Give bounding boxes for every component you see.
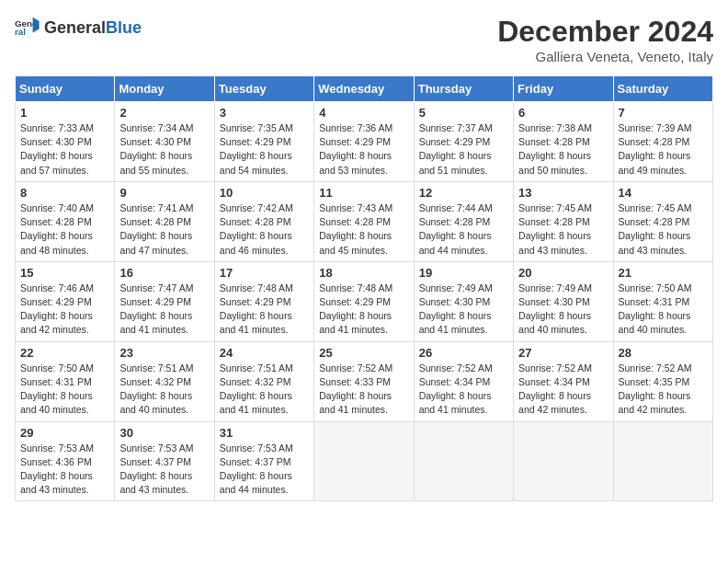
day-info: Sunrise: 7:52 AMSunset: 4:33 PMDaylight:… xyxy=(319,362,408,418)
table-row: 1Sunrise: 7:33 AMSunset: 4:30 PMDaylight… xyxy=(16,102,115,182)
logo-blue-text: Blue xyxy=(106,18,142,38)
day-info: Sunrise: 7:52 AMSunset: 4:34 PMDaylight:… xyxy=(419,362,508,418)
calendar-header-row: Sunday Monday Tuesday Wednesday Thursday… xyxy=(16,76,713,102)
day-info: Sunrise: 7:50 AMSunset: 4:31 PMDaylight:… xyxy=(20,362,109,418)
day-number: 21 xyxy=(619,266,708,280)
day-info: Sunrise: 7:46 AMSunset: 4:29 PMDaylight:… xyxy=(20,282,109,338)
table-row: 25Sunrise: 7:52 AMSunset: 4:33 PMDayligh… xyxy=(314,341,414,421)
title-area: December 2024 Galliera Veneta, Veneto, I… xyxy=(497,15,713,64)
day-number: 14 xyxy=(619,186,708,200)
svg-text:ral: ral xyxy=(15,27,26,37)
table-row: 5Sunrise: 7:37 AMSunset: 4:29 PMDaylight… xyxy=(414,102,513,182)
table-row: 28Sunrise: 7:52 AMSunset: 4:35 PMDayligh… xyxy=(613,341,712,421)
table-row xyxy=(514,421,613,501)
table-row: 20Sunrise: 7:49 AMSunset: 4:30 PMDayligh… xyxy=(514,261,613,341)
day-info: Sunrise: 7:37 AMSunset: 4:29 PMDaylight:… xyxy=(419,121,508,178)
table-row: 11Sunrise: 7:43 AMSunset: 4:28 PMDayligh… xyxy=(314,181,414,261)
table-row: 6Sunrise: 7:38 AMSunset: 4:28 PMDaylight… xyxy=(514,102,613,182)
col-tuesday: Tuesday xyxy=(214,76,313,102)
logo-icon: Gene ral xyxy=(15,15,40,40)
table-row xyxy=(314,421,414,501)
table-row: 17Sunrise: 7:48 AMSunset: 4:29 PMDayligh… xyxy=(214,261,313,341)
table-row: 14Sunrise: 7:45 AMSunset: 4:28 PMDayligh… xyxy=(613,181,712,261)
day-number: 30 xyxy=(119,426,209,440)
day-info: Sunrise: 7:48 AMSunset: 4:29 PMDaylight:… xyxy=(220,282,309,338)
day-info: Sunrise: 7:45 AMSunset: 4:28 PMDaylight:… xyxy=(518,201,608,258)
day-info: Sunrise: 7:49 AMSunset: 4:30 PMDaylight:… xyxy=(419,282,508,338)
table-row: 31Sunrise: 7:53 AMSunset: 4:37 PMDayligh… xyxy=(214,421,313,501)
table-row xyxy=(613,421,712,501)
day-number: 3 xyxy=(220,106,309,120)
day-number: 29 xyxy=(20,426,109,440)
col-friday: Friday xyxy=(514,76,613,102)
day-info: Sunrise: 7:40 AMSunset: 4:28 PMDaylight:… xyxy=(20,201,109,258)
day-number: 28 xyxy=(619,346,708,360)
col-monday: Monday xyxy=(115,76,214,102)
table-row xyxy=(414,421,513,501)
day-number: 5 xyxy=(419,106,508,120)
day-number: 1 xyxy=(20,106,109,120)
table-row: 22Sunrise: 7:50 AMSunset: 4:31 PMDayligh… xyxy=(16,341,115,421)
day-number: 12 xyxy=(419,186,508,200)
day-info: Sunrise: 7:44 AMSunset: 4:28 PMDaylight:… xyxy=(419,201,508,258)
day-info: Sunrise: 7:49 AMSunset: 4:30 PMDaylight:… xyxy=(518,282,608,338)
calendar-week-row: 8Sunrise: 7:40 AMSunset: 4:28 PMDaylight… xyxy=(16,181,713,261)
day-number: 13 xyxy=(518,186,608,200)
day-number: 17 xyxy=(220,266,309,280)
day-info: Sunrise: 7:42 AMSunset: 4:28 PMDaylight:… xyxy=(220,201,309,258)
day-number: 23 xyxy=(119,346,209,360)
table-row: 24Sunrise: 7:51 AMSunset: 4:32 PMDayligh… xyxy=(214,341,313,421)
day-info: Sunrise: 7:53 AMSunset: 4:36 PMDaylight:… xyxy=(20,442,109,498)
day-number: 22 xyxy=(20,346,109,360)
day-info: Sunrise: 7:34 AMSunset: 4:30 PMDaylight:… xyxy=(119,121,209,178)
logo: Gene ral GeneralBlue xyxy=(15,15,142,40)
day-number: 18 xyxy=(319,266,408,280)
col-thursday: Thursday xyxy=(414,76,513,102)
day-info: Sunrise: 7:51 AMSunset: 4:32 PMDaylight:… xyxy=(220,362,309,418)
day-number: 20 xyxy=(518,266,608,280)
day-number: 4 xyxy=(319,106,408,120)
table-row: 29Sunrise: 7:53 AMSunset: 4:36 PMDayligh… xyxy=(16,421,115,501)
table-row: 9Sunrise: 7:41 AMSunset: 4:28 PMDaylight… xyxy=(115,181,214,261)
day-info: Sunrise: 7:36 AMSunset: 4:29 PMDaylight:… xyxy=(319,121,408,178)
day-info: Sunrise: 7:47 AMSunset: 4:29 PMDaylight:… xyxy=(119,282,209,338)
day-info: Sunrise: 7:39 AMSunset: 4:28 PMDaylight:… xyxy=(619,121,708,178)
location-title: Galliera Veneta, Veneto, Italy xyxy=(497,49,713,64)
calendar-week-row: 1Sunrise: 7:33 AMSunset: 4:30 PMDaylight… xyxy=(16,102,713,182)
day-number: 26 xyxy=(419,346,508,360)
day-info: Sunrise: 7:48 AMSunset: 4:29 PMDaylight:… xyxy=(319,282,408,338)
day-info: Sunrise: 7:50 AMSunset: 4:31 PMDaylight:… xyxy=(619,282,708,338)
table-row: 26Sunrise: 7:52 AMSunset: 4:34 PMDayligh… xyxy=(414,341,513,421)
calendar-table: Sunday Monday Tuesday Wednesday Thursday… xyxy=(15,75,713,501)
day-number: 10 xyxy=(220,186,309,200)
table-row: 4Sunrise: 7:36 AMSunset: 4:29 PMDaylight… xyxy=(314,102,414,182)
day-number: 2 xyxy=(119,106,209,120)
day-info: Sunrise: 7:51 AMSunset: 4:32 PMDaylight:… xyxy=(119,362,209,418)
header: Gene ral GeneralBlue December 2024 Galli… xyxy=(15,15,713,64)
day-number: 6 xyxy=(518,106,608,120)
day-number: 27 xyxy=(518,346,608,360)
day-info: Sunrise: 7:52 AMSunset: 4:34 PMDaylight:… xyxy=(518,362,608,418)
table-row: 10Sunrise: 7:42 AMSunset: 4:28 PMDayligh… xyxy=(214,181,313,261)
day-info: Sunrise: 7:43 AMSunset: 4:28 PMDaylight:… xyxy=(319,201,408,258)
table-row: 3Sunrise: 7:35 AMSunset: 4:29 PMDaylight… xyxy=(214,102,313,182)
table-row: 30Sunrise: 7:53 AMSunset: 4:37 PMDayligh… xyxy=(115,421,214,501)
table-row: 13Sunrise: 7:45 AMSunset: 4:28 PMDayligh… xyxy=(514,181,613,261)
table-row: 23Sunrise: 7:51 AMSunset: 4:32 PMDayligh… xyxy=(115,341,214,421)
table-row: 8Sunrise: 7:40 AMSunset: 4:28 PMDaylight… xyxy=(16,181,115,261)
day-info: Sunrise: 7:53 AMSunset: 4:37 PMDaylight:… xyxy=(220,442,309,498)
table-row: 2Sunrise: 7:34 AMSunset: 4:30 PMDaylight… xyxy=(115,102,214,182)
day-info: Sunrise: 7:53 AMSunset: 4:37 PMDaylight:… xyxy=(119,442,209,498)
table-row: 16Sunrise: 7:47 AMSunset: 4:29 PMDayligh… xyxy=(115,261,214,341)
table-row: 27Sunrise: 7:52 AMSunset: 4:34 PMDayligh… xyxy=(514,341,613,421)
month-title: December 2024 xyxy=(497,15,713,49)
day-number: 16 xyxy=(119,266,209,280)
day-info: Sunrise: 7:41 AMSunset: 4:28 PMDaylight:… xyxy=(119,201,209,258)
day-info: Sunrise: 7:45 AMSunset: 4:28 PMDaylight:… xyxy=(619,201,708,258)
table-row: 19Sunrise: 7:49 AMSunset: 4:30 PMDayligh… xyxy=(414,261,513,341)
day-number: 11 xyxy=(319,186,408,200)
day-info: Sunrise: 7:33 AMSunset: 4:30 PMDaylight:… xyxy=(20,121,109,178)
logo-general-text: General xyxy=(44,18,106,38)
day-info: Sunrise: 7:38 AMSunset: 4:28 PMDaylight:… xyxy=(518,121,608,178)
day-number: 25 xyxy=(319,346,408,360)
